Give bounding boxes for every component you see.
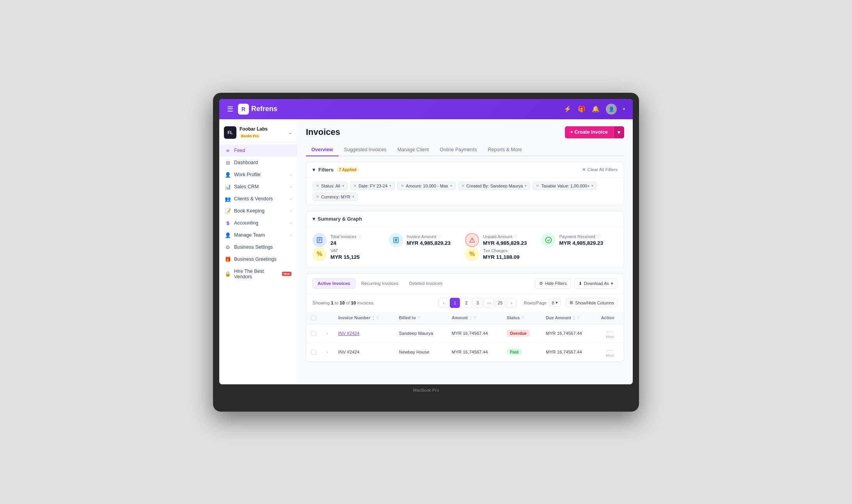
status-badge-1: Overdue	[507, 330, 530, 337]
sort-amount-up-icon: ▲	[469, 315, 472, 318]
sidebar-item-business-settings[interactable]: ⚙ Business Settings	[219, 241, 297, 253]
filter-tag-created-by[interactable]: ✕ Created By: Sandeep Maurya ▾	[458, 182, 531, 190]
sidebar-item-sales-crm[interactable]: 📊 Sales CRM ›	[219, 181, 297, 193]
filter-due-amount-icon[interactable]: ▽	[577, 316, 580, 320]
row-2-expand-icon[interactable]: ›	[327, 350, 328, 354]
sidebar-label-book-keeping: Book Keeping	[234, 208, 264, 214]
tab-suggested-invoices[interactable]: Suggested Invoices	[339, 144, 392, 156]
user-icon: 👤	[609, 106, 614, 112]
filter-tag-status[interactable]: ✕ Status: All ▾	[312, 182, 348, 190]
row-1-checkbox[interactable]	[311, 331, 316, 336]
sidebar-item-manage-team[interactable]: 👤 Manage Team ›	[219, 229, 297, 241]
filter-tag-taxable-value[interactable]: ✕ Taxable Value: 1,00,000+ ▾	[532, 182, 597, 190]
tab-overview[interactable]: Overview	[306, 144, 339, 156]
filter-tag-created-by-arrow-icon: ▾	[525, 184, 527, 188]
page-25-button[interactable]: 25	[495, 298, 505, 308]
due-amount-2: MYR 16,74567.44	[541, 343, 596, 361]
filter-tag-currency[interactable]: ✕ Currency: MYR ▾	[312, 193, 358, 201]
sort-up-icon: ▲	[372, 315, 375, 318]
show-hide-columns-button[interactable]: ⊞ Show/Hide Columns	[566, 298, 618, 307]
sidebar-item-feed[interactable]: ≡ Feed	[219, 145, 297, 157]
tab-online-payments[interactable]: Online Payments	[434, 144, 482, 156]
summary-vat: % VAT ⓘ MYR 15,125	[312, 247, 465, 261]
hide-filters-button[interactable]: ⚙ Hide Filters	[535, 278, 571, 289]
sales-crm-icon: 📊	[225, 184, 231, 190]
workspace-name: Foobar Labs	[240, 126, 285, 132]
th-billed-to: Billed to ▽	[394, 312, 447, 324]
sidebar-item-work-profile[interactable]: 👤 Work Profile ›	[219, 169, 297, 181]
sidebar-item-clients-vendors[interactable]: 👥 Clients & Vendors ›	[219, 193, 297, 205]
filter-invoice-number-icon[interactable]: ▽	[376, 316, 379, 320]
unpaid-amount-info-icon: ⓘ	[513, 234, 517, 239]
sidebar-item-dashboard[interactable]: ⊞ Dashboard	[219, 157, 297, 169]
create-invoice-dropdown-icon[interactable]: ▾	[613, 126, 624, 138]
filter-status-icon[interactable]: ▽	[522, 316, 524, 320]
hamburger-menu-icon[interactable]: ☰	[227, 105, 233, 113]
filter-tag-amount[interactable]: ✕ Amount: 10,000 - Max ▾	[397, 182, 455, 190]
filter-amount-icon[interactable]: ▽	[474, 316, 476, 320]
summary-title: Summary & Graph	[318, 216, 362, 222]
rows-per-page: Rows/Page 8 ▾	[524, 299, 561, 307]
select-all-checkbox[interactable]	[311, 315, 316, 320]
sidebar-label-business-settings: Business Settings	[234, 244, 273, 250]
filters-card: ▾ Filters 7 Applied ✕ Clear All Filters …	[306, 162, 624, 205]
invoice-number-2: INV #2424	[338, 350, 359, 354]
create-invoice-button[interactable]: + Create Invoice ▾	[565, 126, 624, 138]
row-1-expand-icon[interactable]: ›	[327, 331, 328, 336]
sidebar-item-hire-vendors[interactable]: 🔒 Hire The Best Vendors New	[219, 265, 297, 283]
user-avatar[interactable]: 👤	[606, 104, 617, 115]
filter-tag-status-remove-icon: ✕	[316, 184, 319, 188]
tab-active-invoices[interactable]: Active Invoices	[312, 278, 355, 288]
more-action-1[interactable]: ··· More	[601, 328, 619, 339]
more-action-2[interactable]: ··· More	[601, 347, 619, 357]
page-2-button[interactable]: 2	[461, 298, 471, 308]
tab-manage-client[interactable]: Manage Client	[392, 144, 435, 156]
row-2-checkbox[interactable]	[311, 350, 316, 355]
download-as-button[interactable]: ⬇ Download As ▾	[574, 278, 618, 289]
sidebar-item-accounting[interactable]: $ Accounting ›	[219, 217, 297, 229]
filter-billed-to-icon[interactable]: ▽	[417, 316, 420, 320]
filter-tag-amount-arrow-icon: ▾	[450, 184, 452, 188]
summary-collapse-icon[interactable]: ▾	[312, 216, 315, 222]
work-profile-chevron-icon: ›	[290, 173, 291, 177]
page-3-button[interactable]: 3	[472, 298, 483, 308]
user-menu-chevron-icon[interactable]: ▾	[623, 107, 625, 111]
logo-text: Refrens	[251, 105, 277, 113]
feed-icon: ≡	[225, 148, 231, 154]
bolt-icon[interactable]: ⚡	[564, 105, 572, 113]
sidebar-item-book-keeping[interactable]: 📝 Book Keeping ›	[219, 205, 297, 217]
total-invoices-info-icon: ⓘ	[358, 234, 362, 239]
rows-per-page-select[interactable]: 8 ▾	[549, 299, 561, 307]
rows-select-chevron-icon: ▾	[556, 300, 558, 305]
gift-icon[interactable]: 🎁	[578, 105, 586, 113]
pagination-info: Showing 1 to 10 of 10 invoices	[312, 301, 373, 305]
clear-all-filters-button[interactable]: ✕ Clear All Filters	[582, 167, 618, 172]
invoice-link-1[interactable]: INV #2424	[338, 331, 359, 336]
invoices-table-card: Active Invoices Recurring Invoices Delet…	[306, 273, 624, 362]
tab-deleted-invoices[interactable]: Deleted Invoices	[404, 278, 447, 288]
sidebar-label-feed: Feed	[234, 148, 245, 153]
filters-collapse-icon[interactable]: ▾	[312, 167, 315, 173]
sidebar-item-business-greetings[interactable]: 🎁 Business Greetings	[219, 253, 297, 265]
page-title: Invoices	[306, 127, 340, 137]
prev-page-button[interactable]: ‹	[438, 298, 449, 308]
filter-tag-date[interactable]: ✕ Date: FY 23-24 ▾	[350, 182, 395, 190]
pagination-row: Showing 1 to 10 of 10 invoices ‹	[306, 294, 624, 312]
txn-charges-icon: %	[465, 247, 479, 261]
workspace-selector[interactable]: FL Foobar Labs Books Pro ⌄	[219, 123, 297, 142]
next-page-button[interactable]: ›	[506, 298, 517, 308]
tab-recurring-invoices[interactable]: Recurring Invoices	[356, 278, 403, 288]
sidebar-label-work-profile: Work Profile	[234, 172, 261, 177]
bell-icon[interactable]: 🔔	[592, 105, 600, 113]
book-keeping-icon: 📝	[225, 208, 231, 214]
th-due-amount: Due Amount ▲ ▼ ▽	[541, 312, 596, 324]
invoice-main-tabs: Overview Suggested Invoices Manage Clien…	[306, 144, 624, 156]
payment-received-label: Payment Received	[559, 234, 595, 239]
business-settings-icon: ⚙	[225, 244, 231, 250]
tab-reports-more[interactable]: Reports & More	[483, 144, 528, 156]
page-1-button[interactable]: 1	[450, 298, 460, 308]
logo-icon: R	[238, 104, 249, 115]
create-invoice-label: + Create Invoice	[565, 126, 613, 138]
clear-filters-label: Clear All Filters	[588, 167, 618, 172]
total-invoices-label: Total Invoices	[330, 234, 357, 239]
